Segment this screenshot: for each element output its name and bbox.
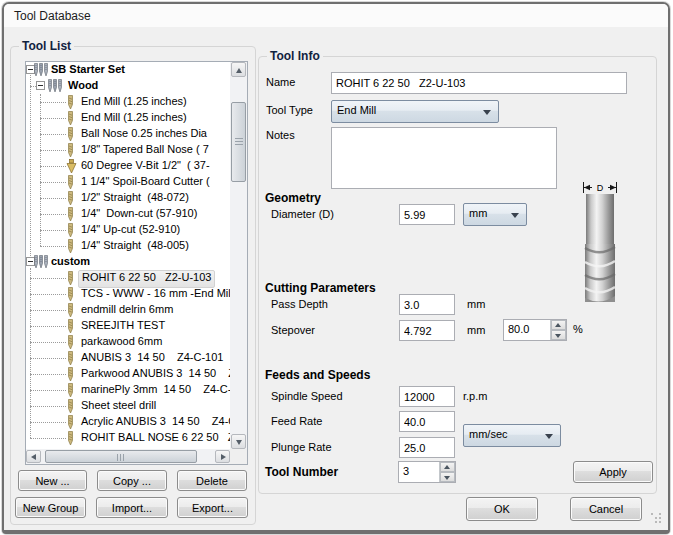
tree-item[interactable]: Parkwood ANUBIS 3 14 50 Z: [26, 366, 228, 382]
tool-type-dropdown[interactable]: End Mill: [331, 100, 499, 123]
stepover-percent-spinner[interactable]: 80.0: [503, 319, 567, 341]
new-group-button[interactable]: New Group: [15, 497, 86, 518]
tree-item-label[interactable]: Ball Nose 0.25 inches Dia: [78, 126, 210, 142]
expander-minus-icon[interactable]: [36, 81, 45, 90]
tree-item-label[interactable]: marinePly 3mm 14 50 Z4-C-: [78, 382, 230, 398]
tree-group[interactable]: Wood: [26, 78, 228, 94]
rate-unit-dropdown[interactable]: mm/sec: [463, 424, 561, 447]
thumb-grip: [235, 138, 243, 146]
delete-tool-button[interactable]: Delete: [177, 470, 247, 491]
vertical-scroll-thumb[interactable]: [231, 102, 246, 182]
tool-tree[interactable]: SB Starter SetWoodEnd Mill (1.25 inches)…: [25, 61, 248, 465]
tree-item-label[interactable]: 60 Degree V-Bit 1/2" ( 37-: [78, 158, 213, 174]
tree-item-label[interactable]: Acrylic ANUBIS 3 14 50 Z4-C: [78, 414, 230, 430]
notes-textarea[interactable]: [331, 127, 557, 189]
diameter-unit-value: mm: [469, 207, 487, 219]
screenshot-canvas: Tool Database Tool List SB Starter SetWo…: [0, 0, 673, 535]
tree-item-label[interactable]: ANUBIS 3 14 50 Z4-C-101: [78, 350, 226, 366]
tree-item[interactable]: SREEJITH TEST: [26, 318, 228, 334]
ok-button[interactable]: OK: [466, 497, 538, 521]
pass-depth-input[interactable]: [399, 294, 455, 315]
tree-group[interactable]: custom: [26, 254, 228, 270]
tree-item[interactable]: ROHIT BALL NOSE 6 22 50 Z: [26, 430, 228, 446]
tree-item[interactable]: 1/4" Straight (48-005): [26, 238, 228, 254]
tree-item-label[interactable]: TCS - WWW - 16 mm -End Mill: [78, 286, 230, 302]
horizontal-scroll-thumb[interactable]: [45, 450, 197, 463]
cancel-button[interactable]: Cancel: [570, 497, 642, 521]
scroll-up-button[interactable]: [231, 62, 246, 77]
tree-item-label[interactable]: Sheet steel drill: [78, 398, 159, 414]
tree-item-label[interactable]: End Mill (1.25 inches): [78, 94, 190, 110]
export-button[interactable]: Export...: [177, 497, 248, 518]
tree-item[interactable]: 1/2" Straight (48-072): [26, 190, 228, 206]
cutting-parameters-header: Cutting Parameters: [265, 281, 376, 295]
end-mill-image: D: [577, 178, 623, 308]
tree-vertical-scrollbar[interactable]: [230, 62, 247, 449]
tree-item[interactable]: marinePly 3mm 14 50 Z4-C-: [26, 382, 228, 398]
diameter-input[interactable]: [399, 204, 455, 225]
tree-item-label[interactable]: 1/2" Straight (48-072): [78, 190, 192, 206]
diameter-unit-dropdown[interactable]: mm: [463, 203, 527, 226]
scroll-left-icon: [31, 454, 36, 460]
tree-item[interactable]: End Mill (1.25 inches): [26, 110, 228, 126]
tree-item-label[interactable]: 1/4" Down-cut (57-910): [78, 206, 200, 222]
spindle-speed-input[interactable]: [399, 386, 455, 407]
tree-item-label[interactable]: Parkwood ANUBIS 3 14 50 Z: [78, 366, 230, 382]
dimension-d-label: D: [597, 183, 604, 193]
tree-item-label[interactable]: 1/8" Tapered Ball Nose ( 7: [78, 142, 212, 158]
tree-item[interactable]: 60 Degree V-Bit 1/2" ( 37-: [26, 158, 228, 174]
tree-item[interactable]: 1/4" Down-cut (57-910): [26, 206, 228, 222]
tree-item-label[interactable]: parkawood 6mm: [78, 334, 165, 350]
tree-item-label[interactable]: End Mill (1.25 inches): [78, 110, 190, 126]
tree-item-label[interactable]: 1/4" Straight (48-005): [78, 238, 192, 254]
tree-item[interactable]: Acrylic ANUBIS 3 14 50 Z4-C: [26, 414, 228, 430]
stepover-percent-value: 80.0: [508, 323, 529, 335]
tree-item[interactable]: ANUBIS 3 14 50 Z4-C-101: [26, 350, 228, 366]
scroll-right-button[interactable]: [215, 450, 230, 463]
spin-down-button[interactable]: [440, 472, 455, 482]
new-tool-button[interactable]: New ...: [18, 470, 87, 491]
tree-horizontal-scrollbar[interactable]: [26, 449, 230, 464]
tool-number-spinner[interactable]: 3: [398, 461, 456, 483]
tree-item-label[interactable]: SB Starter Set: [48, 62, 128, 78]
copy-tool-button[interactable]: Copy ...: [97, 470, 167, 491]
tree-item[interactable]: endmill delrin 6mm: [26, 302, 228, 318]
tree-item[interactable]: Ball Nose 0.25 inches Dia: [26, 126, 228, 142]
tree-item-label[interactable]: Wood: [65, 78, 101, 94]
spin-up-button[interactable]: [551, 320, 566, 330]
tool-type-value: End Mill: [337, 104, 376, 116]
name-input[interactable]: [331, 72, 627, 94]
tree-item-label[interactable]: endmill delrin 6mm: [78, 302, 176, 318]
pass-depth-unit: mm: [467, 298, 485, 310]
tree-item-label[interactable]: 1/4" Up-cut (52-910): [78, 222, 183, 238]
percent-unit: %: [573, 323, 583, 335]
spindle-unit: r.p.m: [463, 390, 487, 402]
tree-item[interactable]: TCS - WWW - 16 mm -End Mill: [26, 286, 228, 302]
scroll-down-button[interactable]: [231, 434, 246, 449]
scroll-left-button[interactable]: [26, 450, 41, 463]
tree-item[interactable]: 1/8" Tapered Ball Nose ( 7: [26, 142, 228, 158]
tree-item[interactable]: 1 1/4" Spoil-Board Cutter (: [26, 174, 228, 190]
tree-item-label[interactable]: SREEJITH TEST: [78, 318, 168, 334]
spin-up-button[interactable]: [440, 462, 455, 472]
tree-item-label[interactable]: ROHIT BALL NOSE 6 22 50 Z: [78, 430, 230, 446]
plunge-rate-input[interactable]: [399, 437, 455, 458]
tree-item[interactable]: 1/4" Up-cut (52-910): [26, 222, 228, 238]
tree-item[interactable]: Sheet steel drill: [26, 398, 228, 414]
resize-grip[interactable]: [650, 512, 662, 524]
tree-item-label[interactable]: 1 1/4" Spoil-Board Cutter (: [78, 174, 213, 190]
spin-down-button[interactable]: [551, 330, 566, 340]
tree-item-label[interactable]: custom: [48, 254, 93, 270]
notes-label: Notes: [266, 129, 295, 141]
apply-button[interactable]: Apply: [573, 461, 653, 483]
tree-group[interactable]: SB Starter Set: [26, 62, 228, 78]
stepover-label: Stepover: [271, 324, 315, 336]
feed-rate-input[interactable]: [399, 411, 455, 432]
tree-item[interactable]: ROHIT 6 22 50 Z2-U-103: [26, 270, 228, 286]
import-button[interactable]: Import...: [96, 497, 168, 518]
window-titlebar[interactable]: Tool Database: [4, 4, 668, 27]
scrollbar-corner: [230, 449, 247, 464]
tree-item[interactable]: parkawood 6mm: [26, 334, 228, 350]
stepover-input[interactable]: [399, 320, 455, 341]
tree-item[interactable]: End Mill (1.25 inches): [26, 94, 228, 110]
